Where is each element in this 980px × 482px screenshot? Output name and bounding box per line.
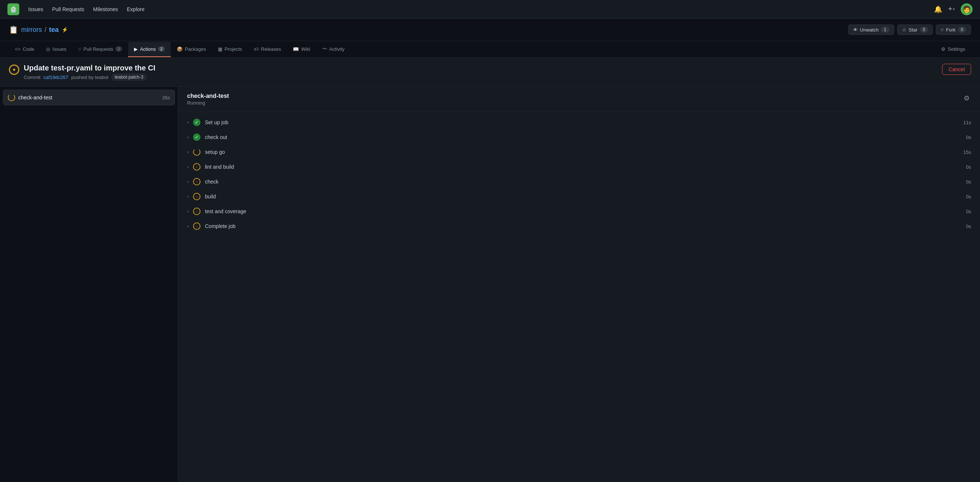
job-item[interactable]: check-and-test 26s	[3, 90, 175, 105]
repo-owner[interactable]: mirrors	[21, 26, 42, 33]
step-item[interactable]: › build 0s	[178, 189, 980, 204]
tab-issues-label: Issues	[52, 46, 67, 52]
bell-icon: 🔔	[934, 5, 942, 13]
step-left: › ✓ Set up job	[187, 119, 228, 126]
site-logo[interactable]: 🍵	[8, 3, 19, 15]
step-left: › Complete job	[187, 222, 236, 230]
chevron-right-icon: ›	[187, 149, 189, 155]
step-name: lint and build	[205, 164, 234, 170]
star-button[interactable]: ☆ Star 0	[897, 24, 933, 35]
step-left: › check	[187, 178, 219, 186]
step-time: 0s	[958, 179, 971, 185]
step-pending-icon	[193, 222, 200, 230]
settings-icon: ⚙	[941, 46, 945, 52]
step-item[interactable]: › ✓ check out 0s	[178, 130, 980, 144]
step-name: Set up job	[205, 119, 228, 125]
running-status-icon	[9, 65, 19, 75]
pr-icon: ⑂	[78, 46, 81, 52]
avatar-image: 🧑	[961, 3, 972, 15]
step-item[interactable]: › test and coverage 0s	[178, 204, 980, 219]
step-item[interactable]: › check 0s	[178, 174, 980, 189]
notifications-button[interactable]: 🔔	[934, 5, 942, 13]
rss-icon[interactable]: ⚡	[62, 27, 68, 33]
chevron-right-icon: ›	[187, 194, 189, 199]
create-dropdown[interactable]: + ▾	[948, 5, 955, 13]
job-item-left: check-and-test	[8, 94, 52, 101]
tab-code[interactable]: <> Code	[9, 42, 40, 57]
step-pending-icon	[193, 193, 200, 200]
step-item[interactable]: › lint and build 0s	[178, 159, 980, 174]
step-time: 0s	[958, 194, 971, 200]
chevron-right-icon: ›	[187, 179, 189, 184]
nav-explore[interactable]: Explore	[127, 6, 145, 12]
chevron-right-icon: ›	[187, 120, 189, 125]
tab-pull-requests[interactable]: ⑂ Pull Requests 2	[72, 42, 128, 57]
step-time: 0s	[958, 209, 971, 214]
step-time: 0s	[958, 164, 971, 170]
nav-right: 🔔 + ▾ 🧑	[934, 3, 972, 15]
step-running-icon	[193, 148, 200, 156]
step-name: build	[205, 193, 216, 200]
plus-icon: +	[948, 5, 952, 13]
repo-actions: 👁 Unwatch 1 ☆ Star 0 ⑂ Fork 0	[848, 24, 971, 35]
job-detail-info: check-and-test Running	[187, 93, 229, 106]
unwatch-button[interactable]: 👁 Unwatch 1	[848, 24, 894, 35]
repo-name[interactable]: tea	[49, 26, 59, 33]
activity-icon: 〜	[322, 46, 327, 52]
step-name: setup go	[205, 149, 225, 155]
tab-projects-label: Projects	[224, 46, 242, 52]
gear-button[interactable]: ⚙	[962, 93, 971, 104]
eye-icon: 👁	[853, 27, 858, 33]
user-avatar[interactable]: 🧑	[961, 3, 972, 15]
step-success-icon: ✓	[193, 133, 200, 141]
steps-list: › ✓ Set up job 11s › ✓ check out 0s › se…	[178, 112, 980, 236]
nav-milestones[interactable]: Milestones	[93, 6, 118, 12]
cancel-button[interactable]: Cancel	[942, 64, 971, 75]
repo-title-text: mirrors / tea	[21, 26, 59, 34]
nav-pull-requests[interactable]: Pull Requests	[52, 6, 84, 12]
tab-issues[interactable]: ◎ Issues	[40, 42, 72, 57]
tab-activity-label: Activity	[329, 46, 345, 52]
gear-icon: ⚙	[964, 95, 970, 102]
tab-projects[interactable]: ▦ Projects	[212, 42, 248, 57]
fork-label: Fork	[946, 27, 956, 33]
step-item[interactable]: › Complete job 0s	[178, 219, 980, 233]
tab-wiki[interactable]: 📖 Wiki	[287, 42, 316, 57]
step-item[interactable]: › ✓ Set up job 11s	[178, 115, 980, 130]
tab-code-label: Code	[23, 46, 34, 52]
step-left: › test and coverage	[187, 208, 246, 215]
step-name: check out	[205, 134, 227, 140]
step-left: › lint and build	[187, 163, 234, 171]
tab-pr-badge: 2	[115, 46, 122, 52]
commit-prefix: Commit	[24, 75, 40, 80]
job-time: 26s	[162, 95, 170, 100]
top-nav: 🍵 Issues Pull Requests Milestones Explor…	[0, 0, 980, 19]
unwatch-count: 1	[881, 27, 889, 33]
step-pending-icon	[193, 208, 200, 215]
repo-tabs: <> Code ◎ Issues ⑂ Pull Requests 2 ▶ Act…	[0, 41, 980, 58]
tab-settings[interactable]: ⚙ Settings	[935, 42, 971, 57]
step-time: 0s	[958, 135, 971, 140]
pushed-by: pushed by teabot	[71, 75, 108, 80]
chevron-right-icon: ›	[187, 224, 189, 229]
job-detail-header: check-and-test Running ⚙	[178, 87, 980, 112]
fork-button[interactable]: ⑂ Fork 0	[936, 24, 971, 35]
job-running-icon	[8, 94, 15, 101]
tab-activity[interactable]: 〜 Activity	[316, 41, 350, 57]
chevron-right-icon: ›	[187, 164, 189, 170]
star-icon: ☆	[902, 27, 907, 33]
step-item[interactable]: › setup go 15s	[178, 144, 980, 159]
star-count: 0	[920, 27, 928, 33]
chevron-right-icon: ›	[187, 209, 189, 214]
branch-badge[interactable]: teabot-patch-3	[111, 74, 146, 81]
tab-actions-badge: 2	[158, 46, 165, 52]
fork-icon: ⑂	[941, 27, 943, 33]
tab-releases-label: Releases	[261, 46, 281, 52]
repo-title: 📋 mirrors / tea ⚡	[9, 25, 68, 34]
tab-actions[interactable]: ▶ Actions 2	[128, 42, 171, 57]
tab-releases[interactable]: 🏷 Releases	[248, 42, 287, 57]
tab-packages[interactable]: 📦 Packages	[171, 42, 212, 57]
commit-hash[interactable]: caf19dc267	[43, 75, 68, 80]
step-success-icon: ✓	[193, 119, 200, 126]
nav-issues[interactable]: Issues	[28, 6, 43, 12]
